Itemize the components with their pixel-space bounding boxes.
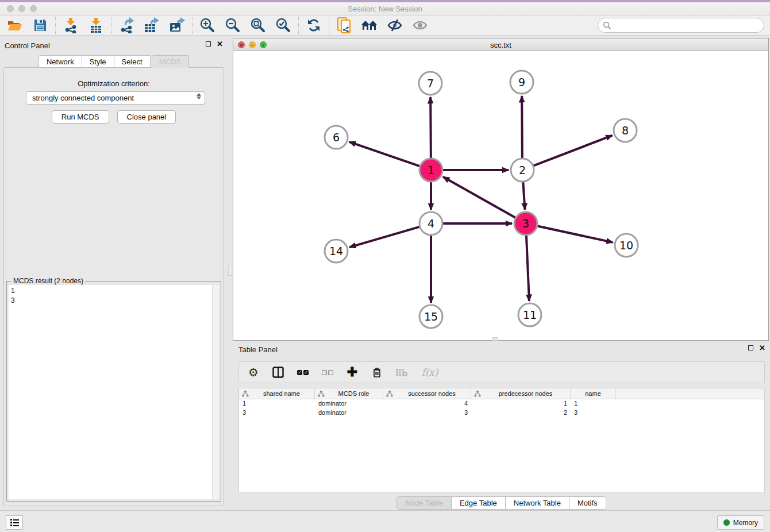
graph-edge-3-11[interactable] [526, 236, 529, 301]
graph-node-9[interactable]: 9 [510, 71, 533, 94]
export-table-icon [144, 17, 160, 33]
graph-node-7[interactable]: 7 [419, 72, 442, 95]
column-header-shared-name[interactable]: shared name [239, 388, 315, 399]
zoom-fit-button[interactable] [249, 17, 267, 34]
tree-column-icon [474, 391, 481, 397]
table-cell[interactable]: dominator [315, 399, 383, 408]
zoom-selected-button[interactable] [274, 17, 292, 34]
save-session-button[interactable] [31, 17, 49, 34]
graph-edge-3-10[interactable] [538, 226, 613, 242]
tab-network[interactable]: Network [38, 55, 82, 68]
column-header-MCDS-role[interactable]: MCDS role [315, 388, 383, 399]
table-cell[interactable]: 1 [471, 399, 571, 408]
task-history-button[interactable] [6, 515, 23, 530]
open-session-button[interactable] [6, 17, 24, 34]
float-table-panel-icon[interactable] [748, 345, 753, 350]
splitter-grip[interactable] [228, 265, 232, 276]
graph-node-2[interactable]: 2 [511, 159, 534, 182]
table-cell[interactable]: 2 [471, 408, 571, 418]
control-panel-tabs: NetworkStyleSelectMCDS [0, 55, 228, 68]
mcds-result-title: MCDS result (2 nodes) [11, 277, 85, 285]
graph-edge-1-6[interactable] [349, 142, 419, 166]
show-graphics-button[interactable] [411, 17, 429, 34]
search-field[interactable] [598, 18, 764, 33]
graph-edge-1-7[interactable] [430, 97, 431, 158]
table-row[interactable]: 3dominator323 [239, 408, 764, 418]
delete-column-button[interactable] [371, 366, 383, 379]
run-mcds-button[interactable]: Run MCDS [52, 110, 109, 124]
node-label: 9 [518, 76, 525, 88]
mcds-result-text[interactable]: 1 3 [9, 285, 212, 499]
function-builder-button[interactable]: f(x) [420, 366, 440, 379]
tab-network-table[interactable]: Network Table [506, 496, 569, 510]
optimization-criterion-dropdown[interactable]: strongly connected component [26, 91, 205, 105]
tab-edge-table[interactable]: Edge Table [452, 496, 506, 510]
graph-edge-2-3[interactable] [523, 182, 525, 210]
network-window-titlebar[interactable]: ✕ − + scc.txt [233, 38, 768, 51]
table-cell[interactable]: 4 [383, 399, 471, 408]
graph-edge-2-8[interactable] [534, 136, 613, 166]
node-label: 2 [519, 164, 526, 176]
network-minimize-button[interactable]: − [249, 41, 256, 48]
zoom-in-button[interactable] [198, 17, 217, 34]
graph-node-8[interactable]: 8 [614, 119, 637, 142]
table-cell[interactable]: 3 [571, 408, 616, 418]
export-image-button[interactable] [168, 17, 186, 34]
column-header-name[interactable]: name [571, 388, 616, 399]
home-icon [361, 19, 378, 32]
graph-node-11[interactable]: 11 [518, 303, 541, 326]
graph-edge-2-9[interactable] [522, 96, 522, 158]
control-panel-header: Control Panel ✕ [0, 38, 228, 53]
table-cell[interactable]: 3 [239, 408, 315, 418]
column-header-successor-nodes[interactable]: successor nodes [383, 388, 471, 399]
search-input[interactable] [614, 21, 759, 29]
zoom-out-button[interactable] [224, 17, 242, 34]
tab-select[interactable]: Select [114, 55, 151, 68]
close-table-panel-icon[interactable]: ✕ [759, 345, 765, 350]
network-overview-button[interactable] [335, 17, 353, 34]
unchecked-boxes-icon [322, 370, 333, 375]
add-column-button[interactable]: ✚ [346, 366, 359, 379]
import-table-button[interactable] [87, 17, 105, 34]
graph-node-15[interactable]: 15 [419, 305, 442, 328]
result-scrollbar[interactable] [212, 285, 219, 499]
import-network-button[interactable] [61, 17, 80, 34]
table-header-row: shared nameMCDS rolesuccessor nodesprede… [239, 388, 764, 399]
tab-style[interactable]: Style [82, 55, 114, 68]
network-canvas[interactable]: 7968124314101511 [233, 51, 768, 340]
home-button[interactable] [360, 17, 379, 34]
delete-table-button[interactable] [395, 366, 408, 379]
tab-node-table[interactable]: Node Table [396, 496, 452, 510]
tab-motifs[interactable]: Motifs [569, 496, 606, 510]
graph-node-14[interactable]: 14 [325, 240, 348, 263]
network-maximize-button[interactable]: + [260, 41, 267, 48]
memory-button[interactable]: Memory [717, 515, 764, 530]
graph-node-3[interactable]: 3 [514, 212, 537, 235]
frame-resize-grip[interactable] [492, 337, 498, 341]
tab-mcds[interactable]: MCDS [152, 55, 189, 68]
graph-node-1[interactable]: 1 [419, 159, 442, 182]
close-panel-icon[interactable]: ✕ [217, 41, 223, 47]
table-cell[interactable]: 1 [239, 399, 315, 408]
hide-all-columns-button[interactable] [321, 366, 334, 379]
export-table-button[interactable] [143, 17, 161, 34]
table-row[interactable]: 1dominator411 [239, 399, 764, 408]
table-cell[interactable]: 1 [571, 399, 616, 408]
table-cell[interactable]: dominator [315, 408, 383, 418]
hide-graphics-button[interactable] [386, 17, 404, 34]
column-header-predecessor-nodes[interactable]: predecessor nodes [471, 388, 571, 399]
close-panel-button[interactable]: Close panel [117, 110, 176, 124]
float-panel-icon[interactable] [206, 41, 211, 47]
network-close-button[interactable]: ✕ [238, 41, 245, 48]
graph-node-10[interactable]: 10 [615, 234, 638, 257]
column-settings-button[interactable]: ⚙ [247, 366, 260, 379]
apply-layout-button[interactable] [305, 17, 323, 34]
graph-node-4[interactable]: 4 [419, 212, 442, 235]
graph-edge-3-1[interactable] [443, 177, 515, 218]
graph-edge-4-14[interactable] [349, 227, 419, 247]
split-view-button[interactable] [272, 366, 284, 379]
export-network-button[interactable] [117, 17, 136, 34]
show-all-columns-button[interactable]: ✓✓ [297, 366, 309, 379]
table-cell[interactable]: 3 [383, 408, 471, 418]
graph-node-6[interactable]: 6 [325, 126, 348, 149]
